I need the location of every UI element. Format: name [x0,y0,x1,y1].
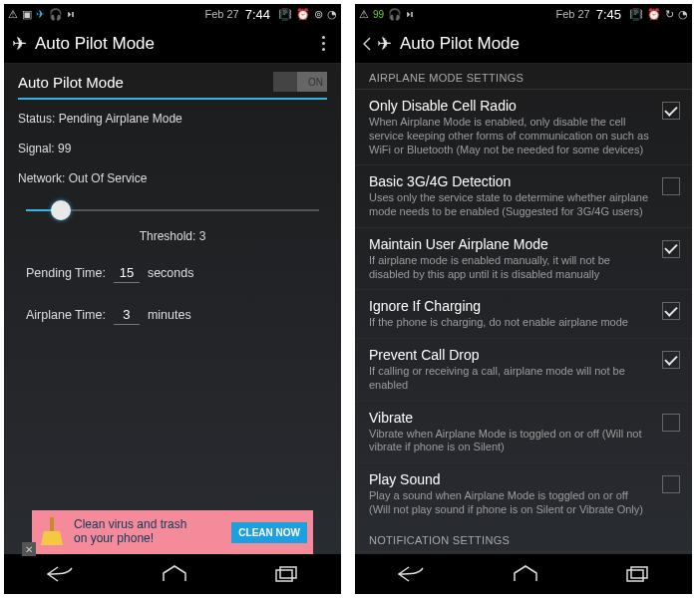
section-airplane: AIRPLANE MODE SETTINGS [355,64,692,90]
image-icon: ▣ [22,8,32,21]
nav-bar [4,554,341,594]
checkbox[interactable] [662,302,680,320]
recents-button[interactable] [624,564,650,584]
main-content: Auto Pilot Mode ON Status: Pending Airpl… [4,64,341,554]
network-line: Network: Out Of Service [4,167,341,189]
headphones-icon: 🎧 [388,8,402,21]
pending-label: Pending Time: [26,266,106,280]
app-bar: ✈ Auto Pilot Mode [355,24,692,64]
phone-right: ⚠ 99 🎧 ⏯ Feb 27 7:45 📳 ⏰ ↻ ◔ ✈ Auto Pilo… [355,4,692,594]
status-date: Feb 27 [204,8,238,20]
setting-title: Maintain User Airplane Mode [369,236,652,252]
setting-vibrate[interactable]: VibrateVibrate when Airplane Mode is tog… [355,402,692,464]
battery-icon: ◔ [678,8,688,21]
battery-icon: ◔ [327,8,337,21]
sync-icon: ↻ [665,8,674,21]
setting-title: Only Disable Cell Radio [369,98,652,114]
section-notification: NOTIFICATION SETTINGS [355,526,692,552]
ad-line1: Clean virus and trash [74,518,223,532]
setting-ignore-charging[interactable]: Ignore If ChargingIf the phone is chargi… [355,290,692,339]
airplane-value[interactable]: 3 [114,307,140,325]
setting-title: Ignore If Charging [369,298,652,314]
wifi-icon: ⊚ [314,8,323,21]
setting-desc: Play a sound when Airplane Mode is toggl… [369,489,652,517]
svg-rect-3 [627,570,643,581]
setting-title: Prevent Call Drop [369,347,652,363]
setting-only-disable-cell[interactable]: Only Disable Cell RadioWhen Airplane Mod… [355,90,692,165]
checkbox[interactable] [662,240,680,258]
pending-unit: seconds [148,266,194,280]
setting-title: Vibrate [369,410,652,426]
ad-banner[interactable]: ✕ Clean virus and trash on your phone! C… [32,510,313,554]
svg-rect-4 [631,567,647,578]
ad-close-icon[interactable]: ✕ [22,542,36,556]
status-line: Status: Pending Airplane Mode [4,108,341,130]
setting-desc: Vibrate when Airplane Mode is toggled on… [369,428,652,455]
setting-desc: When Airplane Mode is enabled, only disa… [369,116,652,156]
phone-left: ⚠ ▣ ✈ 🎧 ⏯ Feb 27 7:44 📳 ⏰ ⊚ ◔ ✈ Auto Pil… [4,4,341,594]
home-button[interactable] [161,564,188,584]
signal-strength-badge: 99 [373,9,384,20]
checkbox[interactable] [662,475,680,493]
toggle-label: ON [308,77,323,88]
ad-line2: on your phone! [74,532,223,546]
airplane-unit: minutes [148,308,191,322]
voicemail-icon: ⏯ [406,9,415,19]
alarm-icon: ⏰ [647,8,661,21]
status-time: 7:44 [245,7,270,22]
home-button[interactable] [512,564,539,584]
alarm-icon: ⏰ [296,8,310,21]
ad-button[interactable]: CLEAN NOW [231,522,307,543]
setting-desc: If calling or receiving a call, airplane… [369,365,652,393]
checkbox[interactable] [662,414,680,432]
threshold-slider[interactable] [26,209,319,211]
setting-desc: Uses only the service state to determine… [369,191,652,219]
status-bar: ⚠ 99 🎧 ⏯ Feb 27 7:45 📳 ⏰ ↻ ◔ [355,4,692,24]
checkbox[interactable] [662,177,680,195]
slider-thumb[interactable] [51,200,71,220]
setting-desc: If airplane mode is enabled manually, it… [369,254,652,282]
back-button[interactable] [397,564,427,584]
warning-icon: ⚠ [8,8,18,21]
setting-desc: If the phone is charging, do not enable … [369,316,652,330]
mode-header-label: Auto Pilot Mode [18,74,124,91]
status-bar: ⚠ ▣ ✈ 🎧 ⏯ Feb 27 7:44 📳 ⏰ ⊚ ◔ [4,4,341,24]
app-bar: ✈ Auto Pilot Mode [4,24,341,64]
nav-bar [355,554,692,594]
setting-title: Basic 3G/4G Detection [369,173,652,189]
svg-rect-0 [50,517,54,531]
svg-rect-1 [276,570,292,581]
checkbox[interactable] [662,351,680,369]
warning-icon: ⚠ [359,8,369,21]
header-underline [18,98,327,100]
settings-list: AIRPLANE MODE SETTINGS Only Disable Cell… [355,64,692,554]
recents-button[interactable] [273,564,299,584]
voicemail-icon: ⏯ [67,9,76,19]
airplane-icon: ✈ [36,8,45,21]
app-airplane-icon: ✈ [12,33,27,55]
vibrate-icon: 📳 [629,8,643,21]
setting-title: Play Sound [369,471,652,487]
ad-text: Clean virus and trash on your phone! [74,518,223,546]
headphones-icon: 🎧 [49,8,63,21]
airplane-label: Airplane Time: [26,308,106,322]
setting-basic-3g4g[interactable]: Basic 3G/4G DetectionUses only the servi… [355,165,692,228]
overflow-menu-button[interactable] [313,26,333,62]
status-date: Feb 27 [555,8,589,20]
setting-prevent-call-drop[interactable]: Prevent Call DropIf calling or receiving… [355,339,692,402]
svg-rect-2 [280,567,296,578]
status-time: 7:45 [596,7,621,22]
app-title: Auto Pilot Mode [400,34,684,54]
back-button[interactable] [46,564,76,584]
setting-play-sound[interactable]: Play SoundPlay a sound when Airplane Mod… [355,463,692,526]
pending-value[interactable]: 15 [114,265,140,283]
threshold-label: Threshold: 3 [4,215,341,253]
mode-toggle[interactable]: ON [273,72,327,92]
broom-icon [38,515,66,549]
back-caret-icon[interactable] [363,37,373,51]
vibrate-icon: 📳 [278,8,292,21]
app-airplane-icon: ✈ [377,33,392,55]
checkbox[interactable] [662,102,680,120]
signal-line: Signal: 99 [4,138,341,159]
setting-maintain-user[interactable]: Maintain User Airplane ModeIf airplane m… [355,228,692,291]
